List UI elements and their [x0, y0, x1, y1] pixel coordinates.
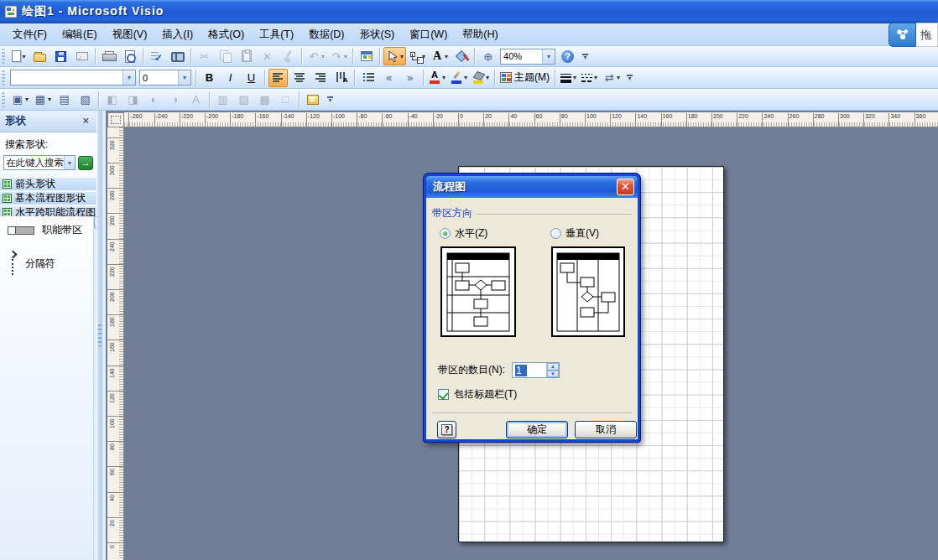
ok-button[interactable]: 确定	[506, 421, 568, 438]
theme-button[interactable]: 主题(M)	[498, 69, 551, 87]
radio-selected-icon[interactable]	[440, 228, 451, 239]
line-color-button[interactable]: ▾	[449, 69, 469, 87]
include-title-row[interactable]: 包括标题栏(T)	[438, 387, 517, 402]
menu-item-3[interactable]: 视图(V)	[105, 24, 155, 45]
toolbar-options-button[interactable]: ▾	[325, 91, 336, 109]
decrease-font-size-button[interactable]	[186, 91, 206, 109]
menu-item-2[interactable]: 编辑(E)	[55, 24, 105, 45]
align-center-button[interactable]	[289, 69, 309, 87]
toolbar-grip[interactable]	[2, 70, 5, 86]
cut-button[interactable]	[195, 47, 214, 65]
spinner[interactable]: ▲ ▼	[546, 363, 559, 377]
align-shapes-button[interactable]: ▾	[9, 91, 30, 109]
research-button[interactable]	[168, 47, 187, 65]
shape-search-input[interactable]: 在此键入搜索 ▼	[3, 155, 76, 170]
italic-button[interactable]: I	[221, 69, 240, 87]
underline-button[interactable]: U	[242, 69, 261, 87]
menu-item-10[interactable]: 帮助(H)	[455, 24, 505, 45]
search-go-button[interactable]: →	[78, 156, 93, 170]
align-right-button[interactable]	[310, 69, 330, 87]
bring-to-front-button[interactable]	[213, 91, 232, 109]
text-direction-button[interactable]	[331, 69, 351, 87]
rotate-right-button[interactable]	[165, 91, 185, 109]
cancel-button[interactable]: 取消	[575, 421, 637, 438]
layout-shapes-button[interactable]	[55, 91, 74, 109]
copy-button[interactable]	[216, 47, 235, 65]
radio-icon[interactable]	[550, 228, 561, 239]
undo-button[interactable]: ▾	[305, 47, 326, 65]
line-ends-button[interactable]: ▾	[601, 69, 622, 87]
decrease-indent-button[interactable]	[379, 69, 399, 87]
close-icon[interactable]: ✕	[81, 116, 91, 127]
v-ruler[interactable]: 3203002802602402202001801601401201008060…	[107, 127, 124, 560]
panel-splitter[interactable]	[96, 111, 102, 560]
baidu-cloud-icon[interactable]	[888, 23, 916, 47]
help-button[interactable]	[558, 47, 577, 65]
drawing-explorer-button[interactable]	[357, 47, 376, 65]
size-combo[interactable]: 0▼	[139, 70, 191, 86]
vertical-radio[interactable]: 垂直(V)	[550, 226, 599, 241]
h-ruler[interactable]: -260-240-220-200-180-160-140-120-100-80-…	[124, 112, 938, 127]
menu-item-5[interactable]: 格式(O)	[201, 24, 252, 45]
shape-item-1[interactable]: 职能带区	[0, 216, 96, 244]
chevron-down-icon[interactable]: ▼	[542, 49, 555, 64]
ungroup-button[interactable]	[276, 91, 295, 109]
toolbar-grip[interactable]	[2, 92, 5, 107]
line-weight-button[interactable]: ▾	[559, 69, 578, 87]
new-drawing-button[interactable]: ▾	[9, 47, 29, 65]
bullets-button[interactable]	[358, 69, 378, 87]
flip-horizontal-button[interactable]	[102, 91, 122, 109]
delete-button[interactable]	[258, 47, 277, 65]
title-bar[interactable]: 绘图1 - Microsoft Visio	[0, 0, 938, 23]
line-pattern-button[interactable]: ▾	[580, 69, 599, 87]
chevron-down-icon[interactable]: ▼	[122, 70, 135, 85]
close-icon[interactable]: ✕	[617, 179, 634, 195]
badge-label[interactable]: 拖	[916, 23, 938, 47]
toolbar-options-button[interactable]: ▾	[624, 69, 635, 87]
spin-up-icon[interactable]: ▲	[547, 363, 559, 371]
distribute-shapes-button[interactable]: ▾	[32, 91, 53, 109]
menu-item-8[interactable]: 形状(S)	[352, 24, 403, 45]
connector-tool-button[interactable]: ▾	[408, 47, 427, 65]
fill-color-button[interactable]: ▾	[471, 69, 491, 87]
zoom-combo[interactable]: 40%▼	[500, 49, 555, 65]
format-painter-button[interactable]	[279, 47, 298, 65]
pointer-tool-button[interactable]: ▾	[383, 47, 406, 65]
shapes-panel-header[interactable]: 形状 ✕	[0, 111, 96, 132]
pan-zoom-button[interactable]	[478, 47, 498, 65]
shape-item-2[interactable]: 分隔符	[0, 244, 96, 283]
horizontal-radio[interactable]: 水平(Z)	[440, 226, 487, 241]
rotate-left-button[interactable]	[144, 91, 164, 109]
stencil-item-2[interactable]: 基本流程图形状	[0, 191, 96, 205]
flip-vertical-button[interactable]	[123, 91, 143, 109]
shape-properties-button[interactable]	[303, 91, 322, 109]
menu-item-7[interactable]: 数据(D)	[301, 24, 352, 45]
chevron-down-icon[interactable]: ▼	[64, 156, 75, 169]
chevron-down-icon[interactable]: ▼	[178, 70, 190, 85]
open-button[interactable]	[30, 47, 50, 65]
increase-indent-button[interactable]	[400, 69, 419, 87]
redo-button[interactable]: ▾	[328, 47, 349, 65]
font-combo[interactable]: ▼	[10, 70, 136, 86]
stencil-item-1[interactable]: 箭头形状	[0, 177, 96, 190]
connect-shapes-button[interactable]	[76, 91, 95, 109]
freeform-tool-button[interactable]	[451, 47, 471, 65]
align-left-button[interactable]	[268, 69, 288, 87]
spelling-button[interactable]	[147, 47, 166, 65]
dialog-title-bar[interactable]: 流程图 ✕	[426, 176, 638, 198]
print-button[interactable]	[99, 47, 118, 65]
menu-item-6[interactable]: 工具(T)	[252, 24, 301, 45]
checkbox-checked-icon[interactable]	[438, 389, 449, 400]
mail-button[interactable]	[72, 47, 91, 65]
bold-button[interactable]: B	[200, 69, 219, 87]
paste-button[interactable]	[237, 47, 256, 65]
print-preview-button[interactable]	[120, 47, 139, 65]
baidu-netdisk-badge[interactable]: 拖	[888, 23, 938, 47]
save-button[interactable]	[51, 47, 70, 65]
menu-item-1[interactable]: 文件(F)	[5, 24, 55, 45]
band-count-input[interactable]: 1 ▲ ▼	[512, 362, 560, 378]
menu-item-4[interactable]: 插入(I)	[154, 24, 201, 45]
help-button[interactable]: ?	[437, 421, 456, 438]
menu-item-9[interactable]: 窗口(W)	[402, 24, 455, 45]
toolbar-grip[interactable]	[2, 49, 5, 64]
